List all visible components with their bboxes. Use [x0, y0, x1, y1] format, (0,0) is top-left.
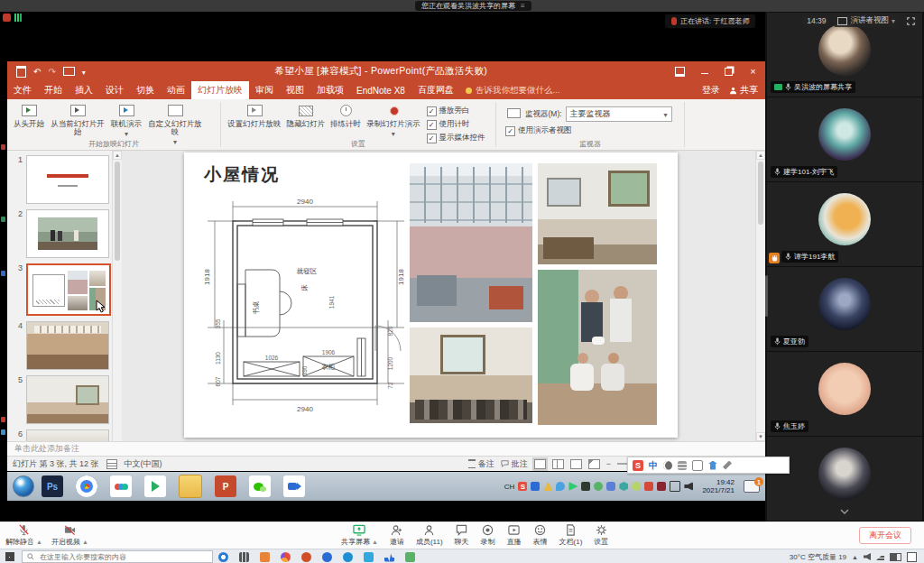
ribbon-display-options-button[interactable] — [668, 61, 692, 81]
tab-home[interactable]: 开始 — [38, 81, 69, 99]
tray-icon-green[interactable] — [594, 482, 603, 491]
taskbar-app-icon[interactable] — [281, 552, 291, 562]
invite-button[interactable]: 邀请 — [390, 524, 404, 547]
monitor-select[interactable]: 主要监视器 — [566, 106, 672, 122]
clipboard-icon[interactable] — [692, 460, 703, 471]
tab-view[interactable]: 视图 — [280, 81, 310, 99]
tab-endnote[interactable]: EndNote X8 — [350, 81, 411, 99]
chinese-mode-icon[interactable]: 中 — [649, 459, 658, 472]
rehearse-timings-button[interactable]: 排练计时 — [328, 102, 364, 130]
floorplan-drawing[interactable]: 2940 2940 1918 1918 355 1130 607 820 120… — [197, 194, 413, 421]
taskbar-app-icon[interactable] — [364, 552, 374, 562]
fullscreen-button[interactable] — [903, 16, 919, 26]
battery-icon[interactable] — [890, 553, 901, 561]
start-video-button[interactable]: 开启视频▲ — [51, 524, 88, 547]
taskbar-app-icon[interactable] — [384, 552, 394, 562]
emoji-button[interactable]: 表情 — [533, 524, 548, 547]
notes-pane[interactable]: 单击此处添加备注 — [7, 441, 765, 456]
voov-app-icon[interactable] — [110, 475, 132, 497]
ppt-title-bar[interactable]: ↶ ↷ 希望小屋 [兼容模式] - PowerPoint(产品激活失败) × — [7, 61, 765, 81]
tab-transitions[interactable]: 切换 — [130, 81, 161, 99]
qat-dropdown-icon[interactable] — [82, 67, 86, 77]
use-timings-checkbox[interactable]: 使用计时 — [427, 119, 485, 130]
network-icon[interactable] — [876, 553, 884, 560]
slide-thumbnail-2[interactable] — [26, 209, 109, 258]
present-online-button[interactable]: 联机演示 — [108, 102, 144, 140]
docs-button[interactable]: 文档(1) — [559, 524, 583, 547]
normal-view-button[interactable] — [534, 459, 546, 469]
share-banner[interactable]: 您正在观看吴洪波共享的屏幕 ≡ — [415, 1, 531, 11]
volume-icon[interactable] — [864, 553, 871, 560]
reading-view-button[interactable] — [570, 459, 582, 469]
from-current-slide-button[interactable]: 从当前幻灯片开始 — [47, 102, 108, 138]
photoshop-icon[interactable]: Ps — [42, 475, 63, 497]
skin-icon[interactable] — [708, 461, 717, 470]
scroll-up-icon[interactable]: ▲ — [113, 151, 122, 160]
close-button[interactable]: × — [741, 61, 765, 81]
tray-icon-red[interactable] — [657, 482, 666, 491]
zoom-out-button[interactable]: − — [606, 459, 611, 468]
tray-icon-shield[interactable] — [619, 482, 628, 491]
play-narrations-checkbox[interactable]: 播放旁白 — [427, 106, 485, 116]
slide-canvas[interactable]: 小屋情况 — [184, 152, 678, 438]
start-button[interactable] — [13, 475, 34, 497]
redo-icon[interactable]: ↷ — [48, 67, 55, 77]
volume-icon[interactable] — [684, 482, 693, 491]
save-icon[interactable] — [16, 66, 26, 78]
live-button[interactable]: 直播 — [507, 524, 522, 547]
keyboard-icon[interactable] — [678, 461, 687, 470]
slide-thumbnail-5[interactable] — [26, 375, 109, 424]
slide-thumbnail-6[interactable] — [26, 429, 109, 441]
comments-toggle-button[interactable]: 批注 — [501, 458, 528, 470]
taskbar-app-icon[interactable] — [343, 552, 353, 562]
wechat-icon[interactable] — [249, 475, 271, 497]
slide-thumbnail-3-selected[interactable] — [26, 263, 111, 316]
from-beginning-button[interactable]: 从头开始 — [11, 102, 47, 130]
collapse-panel-icon[interactable] — [840, 509, 849, 514]
tray-icon-screen[interactable] — [581, 482, 590, 491]
participant-tile[interactable]: 焦玉婷 — [767, 352, 922, 436]
taskbar-clock[interactable]: 19:42 2021/7/21 — [702, 478, 735, 494]
ime-indicator[interactable]: CH — [504, 483, 515, 491]
photo-room-corner[interactable] — [538, 163, 657, 264]
scroll-up-icon[interactable]: ▲ — [756, 151, 765, 160]
cortana-icon[interactable] — [218, 552, 228, 562]
tray-icon-drop[interactable] — [556, 482, 565, 491]
tab-design[interactable]: 设计 — [99, 81, 130, 99]
file-explorer-icon[interactable] — [179, 475, 202, 498]
spellcheck-icon[interactable] — [106, 459, 117, 469]
share-screen-button[interactable]: 共享屏幕▲ — [341, 524, 378, 547]
tab-addins[interactable]: 加载项 — [310, 81, 350, 99]
slide-scrollbar[interactable]: ▲ ▼ — [755, 151, 765, 441]
photo-sunroom[interactable] — [410, 163, 532, 322]
ime-icon[interactable] — [907, 552, 917, 562]
menu-icon[interactable]: ≡ — [521, 2, 525, 10]
participant-tile[interactable]: 夏亚勃 — [767, 267, 922, 351]
tray-icon-dot[interactable] — [632, 482, 641, 491]
record-button[interactable]: 录制 — [481, 524, 495, 547]
setup-slideshow-button[interactable]: 设置幻灯片放映 — [225, 102, 284, 130]
participant-tile[interactable]: 建学101-刘宇飞 — [767, 97, 922, 181]
slide-thumbnail-1[interactable] — [26, 155, 109, 204]
minimize-button[interactable] — [692, 61, 716, 81]
tray-expand-icon[interactable]: ▲ — [852, 554, 858, 560]
toolbox-icon[interactable] — [723, 461, 732, 470]
slide-title[interactable]: 小屋情况 — [204, 163, 280, 187]
sogou-input-bar[interactable]: S 中 — [627, 457, 790, 474]
powerpoint-icon[interactable]: P — [215, 475, 236, 497]
taskbar-app-icon[interactable] — [301, 552, 311, 562]
weather-indicator[interactable]: 30°C 空气质量 19 — [790, 552, 846, 562]
unmute-button[interactable]: 解除静音▲ — [5, 524, 42, 547]
share-button[interactable]: 共享 — [729, 84, 758, 97]
sogou-tray-icon[interactable]: S — [518, 482, 527, 491]
photo-group[interactable] — [538, 270, 657, 425]
start-button[interactable] — [5, 552, 14, 561]
tray-icon-blue[interactable] — [606, 482, 615, 491]
slideshow-view-button[interactable] — [588, 459, 600, 469]
presenter-view-checkbox[interactable]: 使用演示者视图 — [505, 125, 672, 136]
slideshow-icon[interactable] — [63, 67, 75, 76]
tell-me-box[interactable]: 告诉我你想要做什么... — [460, 81, 565, 99]
taskbar-app-icon[interactable] — [322, 552, 332, 562]
tab-review[interactable]: 审阅 — [249, 81, 280, 99]
photo-room-window[interactable] — [410, 328, 532, 423]
